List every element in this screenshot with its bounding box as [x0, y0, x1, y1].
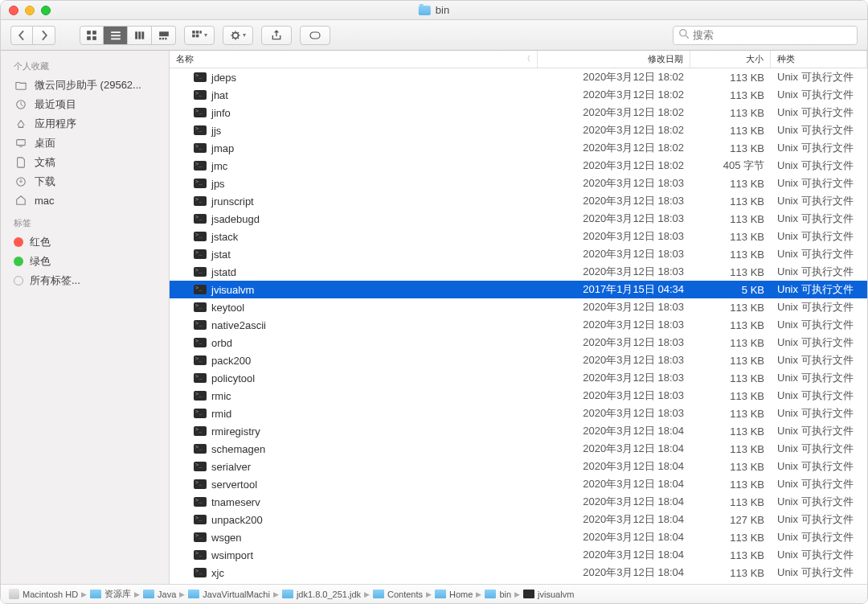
path-item[interactable]: JavaVirtualMachi	[188, 590, 270, 599]
file-row[interactable]: tnameserv2020年3月12日 18:04113 KBUnix 可执行文…	[170, 493, 867, 511]
sidebar-item-download[interactable]: 下载	[1, 172, 169, 191]
file-row[interactable]: servertool2020年3月12日 18:04113 KBUnix 可执行…	[170, 475, 867, 493]
file-name: pack200	[211, 355, 251, 367]
path-item[interactable]: jdk1.8.0_251.jdk	[282, 590, 361, 599]
tag-label: 所有标签...	[30, 273, 80, 288]
executable-icon	[194, 143, 207, 153]
close-button[interactable]	[9, 6, 18, 15]
file-row[interactable]: xjc2020年3月12日 18:04113 KBUnix 可执行文件	[170, 564, 867, 581]
svg-rect-20	[310, 32, 320, 39]
sidebar-item-folder[interactable]: 微云同步助手 (29562...	[1, 76, 169, 95]
file-row[interactable]: wsgen2020年3月12日 18:04113 KBUnix 可执行文件	[170, 528, 867, 546]
file-row[interactable]: native2ascii2020年3月12日 18:03113 KBUnix 可…	[170, 316, 867, 334]
file-size: 113 KB	[690, 142, 771, 154]
sidebar-tag[interactable]: 所有标签...	[1, 271, 169, 290]
file-row[interactable]: rmiregistry2020年3月12日 18:04113 KBUnix 可执…	[170, 422, 867, 440]
file-rows[interactable]: jdeps2020年3月12日 18:02113 KBUnix 可执行文件jha…	[170, 68, 867, 584]
file-row[interactable]: policytool2020年3月12日 18:03113 KBUnix 可执行…	[170, 369, 867, 387]
svg-rect-14	[192, 31, 195, 34]
file-row[interactable]: jvisualvm2017年1月15日 04:345 KBUnix 可执行文件	[170, 281, 867, 298]
file-date: 2020年3月12日 18:03	[538, 212, 690, 226]
file-name: jps	[211, 178, 225, 190]
file-name: jjs	[211, 125, 221, 137]
file-kind: Unix 可执行文件	[771, 424, 867, 438]
zoom-button[interactable]	[41, 6, 51, 15]
file-kind: Unix 可执行文件	[771, 88, 867, 102]
header-name[interactable]: 名称〈	[170, 51, 538, 68]
header-size[interactable]: 大小	[690, 51, 771, 68]
path-item[interactable]: Home	[435, 590, 473, 599]
doc-icon	[14, 156, 28, 169]
file-row[interactable]: jdeps2020年3月12日 18:02113 KBUnix 可执行文件	[170, 68, 867, 86]
header-kind[interactable]: 种类	[771, 51, 867, 68]
file-row[interactable]: jinfo2020年3月12日 18:02113 KBUnix 可执行文件	[170, 104, 867, 121]
sidebar-item-apps[interactable]: 应用程序	[1, 114, 169, 134]
file-row[interactable]: rmid2020年3月12日 18:03113 KBUnix 可执行文件	[170, 405, 867, 422]
list-view-button[interactable]	[104, 26, 128, 45]
file-name: rmic	[211, 390, 231, 402]
file-row[interactable]: serialver2020年3月12日 18:04113 KBUnix 可执行文…	[170, 458, 867, 475]
file-kind: Unix 可执行文件	[771, 212, 867, 226]
forward-button[interactable]	[33, 26, 55, 45]
share-button[interactable]	[261, 26, 292, 45]
sidebar-item-clock[interactable]: 最近项目	[1, 95, 169, 114]
path-item[interactable]: Java	[143, 590, 176, 599]
arrange-button[interactable]: ▾	[184, 26, 215, 45]
svg-rect-0	[87, 31, 91, 35]
sidebar-item-doc[interactable]: 文稿	[1, 153, 169, 172]
file-row[interactable]: schemagen2020年3月12日 18:04113 KBUnix 可执行文…	[170, 440, 867, 458]
file-row[interactable]: keytool2020年3月12日 18:03113 KBUnix 可执行文件	[170, 298, 867, 316]
file-size: 113 KB	[690, 425, 771, 438]
icon-view-button[interactable]	[80, 26, 104, 45]
svg-rect-1	[92, 31, 96, 35]
file-row[interactable]: unpack2002020年3月12日 18:04127 KBUnix 可执行文…	[170, 511, 867, 528]
file-row[interactable]: rmic2020年3月12日 18:03113 KBUnix 可执行文件	[170, 387, 867, 405]
action-button[interactable]: ▾	[223, 26, 253, 45]
path-item[interactable]: Macintosh HD	[9, 589, 78, 599]
file-row[interactable]: jmap2020年3月12日 18:02113 KBUnix 可执行文件	[170, 139, 867, 157]
chevron-right-icon: ▶	[273, 590, 279, 598]
path-label: JavaVirtualMachi	[203, 590, 270, 599]
executable-icon	[194, 232, 207, 241]
search-field[interactable]	[673, 26, 858, 45]
sidebar-item-desktop[interactable]: 桌面	[1, 134, 169, 153]
sidebar-item-home[interactable]: mac	[1, 191, 169, 209]
back-button[interactable]	[10, 26, 33, 45]
column-view-button[interactable]	[128, 26, 152, 45]
file-row[interactable]: jrunscript2020年3月12日 18:03113 KBUnix 可执行…	[170, 192, 867, 210]
sidebar-tag[interactable]: 绿色	[1, 252, 169, 271]
file-row[interactable]: jps2020年3月12日 18:03113 KBUnix 可执行文件	[170, 175, 867, 192]
file-row[interactable]: jhat2020年3月12日 18:02113 KBUnix 可执行文件	[170, 86, 867, 104]
file-row[interactable]: pack2002020年3月12日 18:03113 KBUnix 可执行文件	[170, 351, 867, 369]
tags-button[interactable]	[300, 26, 330, 45]
chevron-down-icon: ▾	[243, 31, 246, 39]
svg-rect-17	[192, 34, 195, 37]
file-row[interactable]: wsimport2020年3月12日 18:04113 KBUnix 可执行文件	[170, 546, 867, 564]
path-item[interactable]: 资源库	[90, 588, 131, 600]
file-row[interactable]: jjs2020年3月12日 18:02113 KBUnix 可执行文件	[170, 121, 867, 139]
file-name: wsgen	[211, 532, 242, 544]
path-item[interactable]: Contents	[373, 590, 423, 599]
path-item[interactable]: jvisualvm	[523, 590, 574, 599]
file-row[interactable]: jmc2020年3月12日 18:02405 字节Unix 可执行文件	[170, 157, 867, 175]
path-item[interactable]: bin	[485, 590, 511, 599]
file-row[interactable]: orbd2020年3月12日 18:03113 KBUnix 可执行文件	[170, 334, 867, 351]
file-row[interactable]: jsadebugd2020年3月12日 18:03113 KBUnix 可执行文…	[170, 210, 867, 228]
folder-icon	[373, 590, 384, 598]
file-name: jhat	[211, 89, 228, 101]
executable-icon	[194, 161, 207, 171]
search-input[interactable]	[693, 29, 852, 41]
file-kind: Unix 可执行文件	[771, 123, 867, 138]
file-row[interactable]: jstatd2020年3月12日 18:03113 KBUnix 可执行文件	[170, 263, 867, 281]
file-row[interactable]: jstat2020年3月12日 18:03113 KBUnix 可执行文件	[170, 245, 867, 263]
file-size: 113 KB	[690, 213, 771, 225]
sidebar-tag[interactable]: 红色	[1, 232, 169, 252]
header-date[interactable]: 修改日期	[538, 51, 690, 68]
gallery-view-button[interactable]	[152, 26, 176, 45]
minimize-button[interactable]	[25, 6, 35, 15]
chevron-right-icon: ▶	[476, 590, 481, 598]
file-row[interactable]: jstack2020年3月12日 18:03113 KBUnix 可执行文件	[170, 228, 867, 245]
window-title: bin	[419, 4, 449, 16]
svg-rect-18	[196, 34, 199, 37]
file-kind: Unix 可执行文件	[771, 442, 867, 456]
